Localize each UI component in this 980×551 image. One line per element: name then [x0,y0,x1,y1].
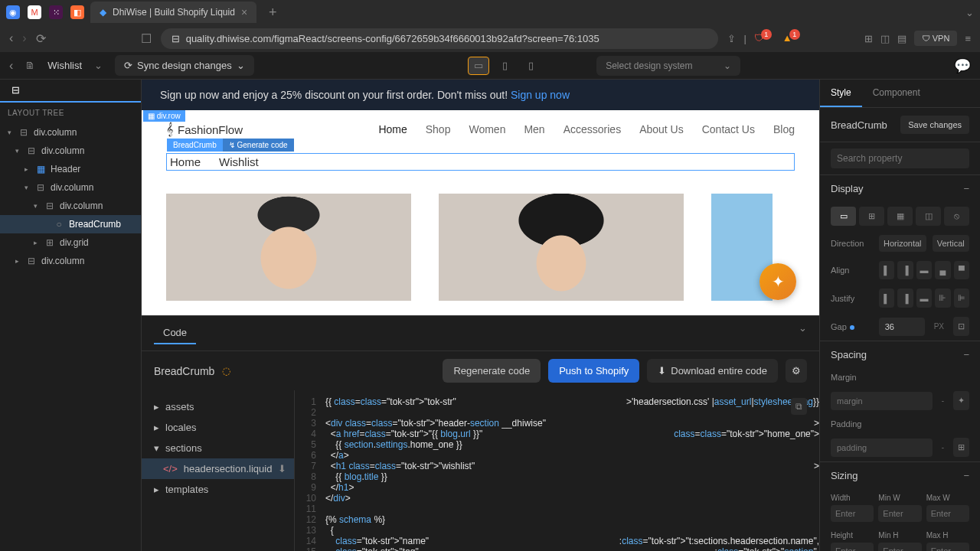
nav-link[interactable]: Blog [773,123,795,135]
align-button[interactable]: ▬ [916,261,932,279]
mobile-device-button[interactable]: ▯ [520,57,541,75]
product-image[interactable] [439,194,684,301]
collapse-icon[interactable]: ⌄ [799,322,807,344]
settings-button[interactable]: ⚙ [786,359,807,383]
folder-item[interactable]: ▸assets [142,396,294,417]
notification-icon[interactable]: ▲1 [782,32,803,44]
justify-button[interactable]: ⊫ [954,289,969,308]
page-dropdown-icon[interactable]: ⌄ [94,60,103,71]
margin-expand-button[interactable]: ✦ [953,391,969,410]
element-tag[interactable]: BreadCrumb [167,139,223,152]
breadcrumb-selection[interactable]: BreadCrumb ↯ Generate code Home Wishlist [166,153,795,171]
product-image[interactable] [166,194,411,301]
padding-input[interactable] [831,439,933,457]
forward-button[interactable]: › [22,31,26,45]
app-back-button[interactable]: ‹ [9,59,13,73]
maxw-input[interactable] [926,505,969,522]
reader-icon[interactable]: ▤ [897,33,906,44]
margin-input[interactable] [831,392,933,410]
tree-item[interactable]: ▸▦Header [0,160,141,178]
align-button[interactable]: ▀ [954,261,969,279]
regenerate-button[interactable]: Regenerate code [443,359,541,383]
folder-item[interactable]: ▸locales [142,417,294,438]
display-inline-button[interactable]: ◫ [916,207,941,226]
style-tab[interactable]: Style [820,80,862,107]
nav-link[interactable]: Contact Us [702,123,755,135]
active-tab[interactable]: ◆ DhiWise | Build Shopify Liquid × [90,2,256,23]
breadcrumb-item[interactable]: Home [170,155,201,168]
tree-item[interactable]: ▸⊟div.column [0,252,141,270]
width-input[interactable] [831,505,874,522]
collapse-icon[interactable]: − [963,183,969,194]
extensions-icon[interactable]: ⊞ [864,33,873,44]
tree-item[interactable]: ▸⊞div.grid [0,233,141,252]
padding-expand-button[interactable]: ⊞ [953,438,969,457]
nav-link[interactable]: Men [524,123,544,135]
align-button[interactable]: ▌ [879,261,894,279]
direction-horizontal[interactable]: Horizontal [879,235,926,252]
tree-item[interactable]: ○BreadCrumb [0,215,141,233]
design-canvas[interactable]: Sign up now and enjoy a 25% discount on … [142,80,819,315]
download-icon[interactable]: ⬇ [278,463,286,474]
tree-item[interactable]: ▾⊟div.column [0,197,141,215]
nav-link[interactable]: Women [469,123,505,135]
back-button[interactable]: ‹ [9,31,13,45]
height-input[interactable] [831,543,874,551]
save-button[interactable]: Save changes [900,116,969,134]
code-tab[interactable]: Code [154,322,196,344]
code-editor[interactable]: ⧉ 1{{ class=class="tok-str">"tok-str">'h… [295,390,819,551]
collapse-icon[interactable]: − [963,349,969,360]
minw-input[interactable] [878,505,921,522]
pinned-tab-icon[interactable]: ◉ [6,5,20,19]
pinned-tab-icon[interactable]: ⁙ [49,5,63,19]
signup-link[interactable]: Sign up now [511,89,570,101]
align-button[interactable]: ▐ [897,261,913,279]
gap-input[interactable] [879,318,925,336]
menu-icon[interactable]: ≡ [965,33,971,44]
direction-vertical[interactable]: Vertical [933,235,969,252]
share-icon[interactable]: ⇪ [727,33,736,44]
sidebar-icon[interactable]: ◫ [880,33,890,44]
design-system-select[interactable]: Select design system ⌄ [596,56,740,76]
tree-item[interactable]: ▾⊟div.column [0,178,141,197]
justify-button[interactable]: ▌ [879,289,894,308]
site-info-icon[interactable]: ⊟ [172,33,180,44]
tablet-device-button[interactable]: ▯ [494,57,515,75]
copy-button[interactable]: ⧉ [791,398,807,415]
collapse-icon[interactable]: − [963,470,969,481]
display-none-button[interactable]: ⦸ [944,207,969,226]
gap-link-button[interactable]: ⊡ [953,317,969,336]
file-item[interactable]: </>headersection.liquid⬇ [142,458,294,479]
generate-code-tag[interactable]: ↯ Generate code [223,139,294,152]
display-block-button[interactable]: ▭ [831,207,856,226]
justify-button[interactable]: ▬ [916,289,932,308]
push-shopify-button[interactable]: Push to Shopify [548,359,639,383]
search-input[interactable] [831,148,969,168]
nav-link[interactable]: About Us [639,123,684,135]
pinned-tab-icon[interactable]: ◧ [70,5,84,19]
discord-icon[interactable]: 💬 [954,57,971,74]
nav-link[interactable]: Shop [426,123,451,135]
address-bar[interactable]: ⊟ quality.dhiwise.com/figmaReact/screens… [161,28,719,49]
magic-wand-fab[interactable]: ✦ [760,263,796,300]
extension-icon[interactable]: 🛡1 [754,32,775,44]
nav-link[interactable]: Home [378,123,407,135]
display-grid-button[interactable]: ▦ [887,207,913,226]
close-icon[interactable]: × [241,6,247,18]
nav-link[interactable]: Accessories [564,123,621,135]
download-button[interactable]: ⬇ Download entire code [647,359,778,383]
justify-button[interactable]: ▐ [897,289,913,308]
logo[interactable]: 𝄞 FashionFlow [166,122,243,136]
tree-item[interactable]: ▾⊟div.column [0,142,141,160]
justify-button[interactable]: ⊪ [935,289,950,308]
align-button[interactable]: ▄ [935,261,950,279]
folder-item[interactable]: ▾sections [142,438,294,458]
sync-button[interactable]: ⟳ Sync design changes ⌄ [115,55,254,76]
tab-overflow-icon[interactable]: ⌄ [965,7,974,18]
component-tab[interactable]: Component [862,80,931,107]
maxh-input[interactable] [926,543,969,551]
breadcrumb-item[interactable]: Wishlist [219,155,259,168]
new-tab-button[interactable]: + [263,5,283,21]
tree-view-icon[interactable]: ⊟ [6,81,24,99]
reload-button[interactable]: ⟳ [36,31,46,46]
